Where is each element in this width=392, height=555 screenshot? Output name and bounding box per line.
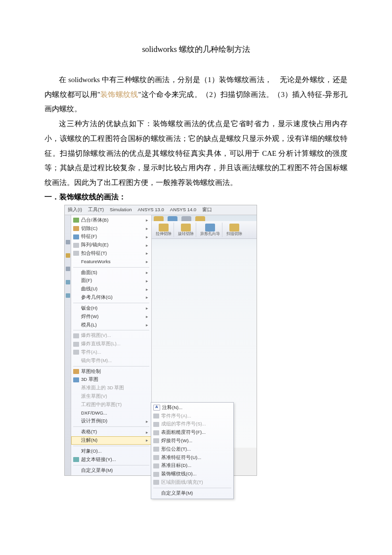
menu-item-mold[interactable]: 模具(L)▸ — [71, 321, 151, 329]
menu-tools[interactable]: 工具(T) — [88, 207, 104, 213]
datum-target-icon — [153, 463, 159, 468]
label: FeatureWorks — [81, 259, 110, 265]
solidworks-screenshot: 插入(I) 工具(T) Simulation ANSYS 13.0 ANSYS … — [64, 205, 257, 476]
label: 零件(A)... — [81, 349, 101, 356]
menu-item-derived-sketch: 派生草图(V) — [71, 392, 151, 401]
label: 超文本链接(Y)... — [81, 457, 116, 463]
menu-item-weldment[interactable]: 焊件(W)▸ — [71, 313, 151, 321]
menu-ansys14[interactable]: ANSYS 14.0 — [170, 207, 196, 213]
menu-separator — [73, 465, 149, 465]
insert-menu-panel: 凸台/基体(B)▸ 切除(C)▸ 特征(F)▸ 阵列/镜向(E)▸ 扣合特征(T… — [71, 215, 152, 476]
menu-item-hyperlink[interactable]: 超文本链接(Y)... — [71, 456, 151, 464]
submenu-item-balloon: 零件序号(A)... — [151, 412, 233, 420]
submenu-item-cosmetic-thread[interactable]: 装饰螺纹线(O)... — [151, 470, 233, 478]
menu-item-exploded-line: 爆炸直线草图(L)... — [71, 340, 151, 348]
submenu-item-datum-target[interactable]: 基准目标(D)... — [151, 462, 233, 470]
menu-item-curve[interactable]: 曲线(U)▸ — [71, 285, 151, 293]
submenu-item-note[interactable]: A注释(N)... — [151, 404, 233, 412]
strip-icon — [66, 253, 70, 258]
chevron-right-icon: ▸ — [146, 226, 148, 231]
menu-item-face[interactable]: 面(F)▸ — [71, 277, 151, 285]
tool-extruded-cut[interactable]: 拉伸切除 — [154, 223, 174, 237]
submenu-item-geo-tolerance[interactable]: 形位公差(T)... — [151, 445, 233, 454]
submenu-item-weld-symbol[interactable]: 焊接符号(W)... — [151, 437, 233, 445]
exploded-icon — [73, 333, 79, 338]
menu-separator — [73, 366, 149, 367]
menu-item-3dsketch[interactable]: 3D 草图 — [71, 375, 151, 384]
menu-item-surface[interactable]: 曲面(S)▸ — [71, 269, 151, 277]
label: 面(F) — [81, 278, 92, 284]
fasten-icon — [73, 251, 79, 256]
tool-revolved-cut[interactable]: 旋转切除 — [176, 223, 196, 237]
tool-hole-wizard[interactable]: 异形孔向导 — [198, 223, 222, 237]
cut-icon — [73, 226, 79, 231]
menu-item-exploded-view: 爆炸视图(V)... — [71, 331, 151, 340]
strip-icon — [66, 293, 70, 298]
label: 焊件(W) — [81, 314, 98, 320]
label: 特征(F) — [81, 233, 97, 240]
balloon-icon — [153, 414, 159, 418]
label: 曲面(S) — [81, 270, 97, 276]
tool-swept-cut[interactable]: 扫描切除 — [224, 223, 244, 237]
menu-item-fasten[interactable]: 扣合特征(T)▸ — [71, 249, 151, 258]
menu-item-drawing-sketch: 工程图中的草图(T) — [71, 401, 151, 409]
label: 模具(L) — [81, 322, 97, 328]
label: 自定义菜单(M) — [161, 490, 193, 497]
menu-item-annotations[interactable]: 注解(N)▸ — [71, 436, 151, 445]
section-1-heading: 一．装饰螺纹线的画法： — [44, 192, 348, 202]
menu-separator — [153, 488, 231, 488]
paragraph-1: 在 solidworks 中有三种螺纹的画法，分别是（1）装饰螺纹画法， 无论是… — [44, 73, 348, 117]
menu-item-design-study[interactable]: 设计算例(D)▸ — [71, 417, 151, 425]
submenu-item-customize[interactable]: 自定义菜单(M) — [151, 489, 233, 498]
menu-item-boss[interactable]: 凸台/基体(B)▸ — [71, 216, 151, 225]
menu-item-dxf[interactable]: DXF/DWG... — [71, 409, 151, 417]
chevron-right-icon: ▸ — [146, 217, 148, 223]
label: 注释(N)... — [162, 405, 182, 411]
label: 钣金(H) — [81, 305, 97, 312]
label: 派生草图(V) — [81, 393, 107, 400]
menu-item-refgeom[interactable]: 参考几何体(G)▸ — [71, 293, 151, 302]
hole-wizard-icon — [205, 224, 215, 231]
feature-toolbar: 拉伸切除 旋转切除 异形孔向导 扫描切除 — [152, 221, 257, 239]
menu-item-sheetmetal[interactable]: 钣金(H)▸ — [71, 304, 151, 313]
label: 曲线(U) — [81, 286, 97, 292]
menu-item-featureworks[interactable]: FeatureWorks▸ — [71, 258, 151, 266]
menu-item-features[interactable]: 特征(F)▸ — [71, 232, 151, 241]
datum-icon — [153, 455, 159, 460]
menu-item-tables[interactable]: 表格(T)▸ — [71, 428, 151, 436]
label: 成组的零件序号(S)... — [161, 421, 206, 427]
menu-item-pattern[interactable]: 阵列/镜向(E)▸ — [71, 241, 151, 249]
label: 扣合特征(T) — [81, 250, 107, 257]
menu-ansys13[interactable]: ANSYS 13.0 — [137, 207, 164, 213]
tab-pill-icon — [168, 216, 177, 221]
blank-icon — [73, 259, 79, 264]
menu-window[interactable]: 窗口 — [202, 207, 212, 213]
menu-insert[interactable]: 插入(I) — [68, 207, 82, 213]
tab-pill-icon — [195, 216, 205, 221]
label: 表格(T) — [81, 429, 97, 435]
menu-item-sketch[interactable]: 草图绘制 — [71, 368, 151, 376]
submenu-item-datum-feature[interactable]: 基准特征符号(U)... — [151, 454, 233, 462]
note-icon: A — [153, 405, 160, 411]
label: 对象(O)... — [81, 448, 102, 455]
tab-pill-icon — [154, 216, 164, 221]
toolbar-tabs — [152, 215, 257, 221]
strip-icon — [66, 267, 70, 271]
chevron-right-icon: ▸ — [146, 242, 148, 248]
paragraph-2: 这三种方法的优缺点如下：装饰螺纹画法的优点是它省时省力，显示速度快占用内存小，该… — [44, 117, 348, 190]
menu-simulation[interactable]: Simulation — [110, 207, 131, 213]
label: 爆炸直线草图(L)... — [81, 341, 121, 347]
extrude-cut-icon — [159, 224, 169, 231]
hatch-icon — [153, 480, 159, 485]
tab-pill-icon — [181, 216, 191, 221]
menu-item-cut[interactable]: 切除(C)▸ — [71, 225, 151, 233]
label: 基准目标(D)... — [161, 462, 191, 469]
submenu-item-surface-finish[interactable]: 表面粗糙度符号(F)... — [151, 428, 233, 437]
label: 基准面上的 3D 草图 — [81, 385, 124, 391]
menu-item-object[interactable]: 对象(O)... — [71, 447, 151, 456]
menu-item-3dsketch-plane: 基准面上的 3D 草图 — [71, 384, 151, 392]
label: 基准特征符号(U)... — [161, 455, 201, 461]
menu-item-customize[interactable]: 自定义菜单(M) — [71, 466, 151, 475]
link-icon — [73, 457, 79, 462]
label: 零件序号(A)... — [161, 413, 191, 419]
